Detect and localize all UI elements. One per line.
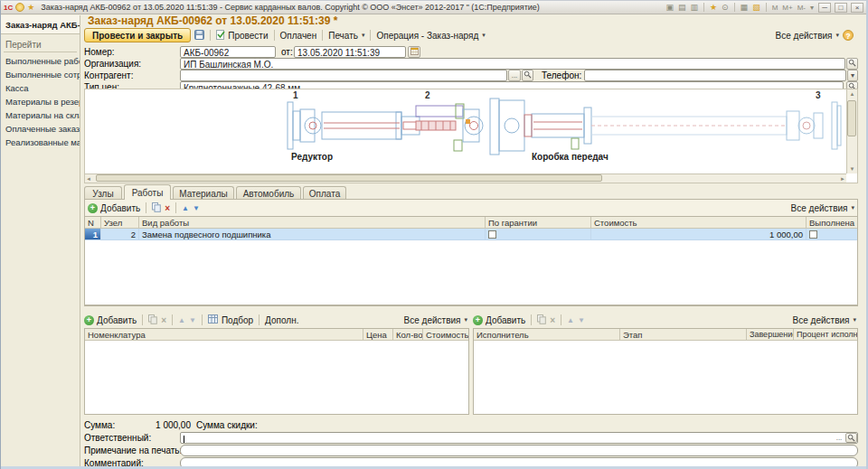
move-down-icon[interactable]: ▼ <box>193 204 200 212</box>
pick-button[interactable]: Подбор <box>222 315 253 325</box>
print-menu-button[interactable]: Печать ▾ <box>328 31 364 41</box>
all-actions-label: Все действия <box>776 31 833 41</box>
help-icon[interactable]: ? <box>843 30 854 41</box>
copy-icon[interactable] <box>148 314 157 326</box>
date-picker-button[interactable] <box>408 46 420 58</box>
sidebar-item-reserved-materials[interactable]: Материалы в резерве <box>1 95 80 108</box>
memory-button[interactable]: М <box>771 4 779 12</box>
picture-vscroll-thumb[interactable] <box>847 100 856 136</box>
memory-minus-button[interactable]: М- <box>797 4 807 12</box>
magnifier-icon <box>847 434 855 445</box>
operation-label: Операция - Заказ-наряд <box>376 31 478 41</box>
save-icon[interactable]: ▣ <box>665 3 675 13</box>
warranty-checkbox[interactable] <box>488 230 496 239</box>
calculator-icon[interactable]: ▦ <box>740 3 750 13</box>
copy-icon[interactable] <box>537 314 546 326</box>
driveshaft-picture[interactable]: 1 2 3 <box>84 89 858 183</box>
paid-button[interactable]: Оплачен <box>280 31 317 41</box>
table-row[interactable]: 1 2 Замена подвесного подшипника 1 000,0… <box>85 229 857 240</box>
delete-icon[interactable]: × <box>161 315 166 325</box>
organization-field[interactable]: ИП Башлинская М.О. <box>180 58 845 70</box>
add-favorite-icon[interactable]: ★ <box>709 3 718 13</box>
tab-materials[interactable]: Материалы <box>173 186 234 200</box>
node-cell[interactable]: 2 <box>101 229 139 239</box>
cost-cell[interactable]: 1 000,00 <box>591 229 807 239</box>
sidebar-item-cash[interactable]: Касса <box>1 81 80 95</box>
operation-menu-button[interactable]: Операция - Заказ-наряд ▾ <box>376 31 485 41</box>
calendar-icon[interactable]: ▧ <box>751 3 761 13</box>
minimize-button[interactable]: ─ <box>818 3 831 13</box>
works-toolbar: + Добавить × ▲ ▼ Все действия ▾ <box>88 201 854 215</box>
organization-lookup-button[interactable] <box>846 58 858 70</box>
materials-toolbar: + Добавить × ▲ ▼ Подбор Дополн. Все дейс… <box>84 313 467 327</box>
col-header-price: Цена <box>363 329 393 340</box>
titlebar-separator <box>766 3 767 12</box>
toolbar-separator <box>322 30 323 41</box>
print-icon[interactable]: ▤ <box>677 3 687 13</box>
sidebar-item-completed-by-employees[interactable]: Выполненные сотрудника... <box>1 68 80 81</box>
restore-button[interactable]: □ <box>835 3 847 13</box>
contragent-choose-button[interactable]: ... <box>508 70 521 81</box>
row-number-cell[interactable]: 1 <box>85 229 101 239</box>
responsible-field[interactable] <box>180 432 858 444</box>
move-up-icon[interactable]: ▲ <box>182 204 189 212</box>
col-header-done: Выполнена <box>807 217 857 228</box>
titlebar-more-icon[interactable]: ▾ <box>809 4 815 12</box>
toolbar-separator <box>210 30 211 41</box>
works-add-button[interactable]: + Добавить <box>88 203 140 213</box>
warranty-cell[interactable] <box>486 229 591 239</box>
tab-nodes[interactable]: Узлы <box>84 186 122 200</box>
tab-works[interactable]: Работы <box>124 184 171 200</box>
copy-icon[interactable] <box>152 202 161 214</box>
home-button[interactable] <box>15 3 24 12</box>
print-note-field[interactable] <box>180 445 858 456</box>
post-button[interactable]: Провести <box>216 30 268 42</box>
move-up-icon[interactable]: ▲ <box>178 316 185 324</box>
done-cell[interactable] <box>807 229 857 239</box>
move-down-icon[interactable]: ▼ <box>189 316 196 324</box>
history-icon[interactable]: ⊙ <box>721 3 730 13</box>
tab-vehicle[interactable]: Автомобиль <box>236 186 301 200</box>
move-up-icon[interactable]: ▲ <box>567 316 574 324</box>
delete-icon[interactable]: × <box>550 315 555 325</box>
memory-plus-button[interactable]: М+ <box>781 4 793 12</box>
scroll-up-icon[interactable]: ▲ <box>850 90 855 98</box>
picture-hscroll-thumb[interactable] <box>96 174 602 182</box>
col-header-nomenclature: Номенклатура <box>85 329 363 340</box>
save-icon[interactable] <box>194 30 204 42</box>
materials-add-button[interactable]: + Добавить <box>84 315 137 325</box>
responsible-lookup-button[interactable] <box>845 433 857 443</box>
move-down-icon[interactable]: ▼ <box>578 316 585 324</box>
sidebar-window-tab[interactable]: Заказ-наряд АКБ-009... <box>1 15 80 34</box>
all-actions-button[interactable]: Все действия ▾ <box>776 31 839 41</box>
executors-add-button[interactable]: + Добавить <box>473 315 525 325</box>
scroll-left-icon[interactable]: ◄ <box>86 175 91 183</box>
scroll-down-icon[interactable]: ▼ <box>850 165 855 173</box>
delete-icon[interactable]: × <box>165 203 170 213</box>
phone-dropdown-button[interactable]: ▾ <box>847 70 858 81</box>
close-button[interactable]: × <box>851 3 863 13</box>
works-all-actions-button[interactable]: Все действия ▾ <box>791 203 854 213</box>
sidebar-item-paid-orders[interactable]: Оплаченные заказ-наряды <box>1 122 80 136</box>
responsible-choose-button[interactable]: ... <box>834 433 844 443</box>
post-label: Провести <box>228 31 268 41</box>
sidebar-item-completed-works[interactable]: Выполненные работы <box>1 54 80 68</box>
sidebar-item-sold-materials[interactable]: Реализованные материалы <box>1 136 80 149</box>
favorites-star-icon[interactable]: ★ <box>27 3 34 12</box>
extra-button[interactable]: Дополн. <box>265 315 298 325</box>
pick-grid-icon[interactable] <box>208 314 218 325</box>
post-and-close-button[interactable]: Провести и закрыть <box>84 28 191 42</box>
materials-all-actions-button[interactable]: Все действия ▾ <box>404 315 467 325</box>
phone-field[interactable] <box>584 70 846 81</box>
print-preview-icon[interactable]: ▥ <box>689 3 699 13</box>
sidebar-item-stock-materials[interactable]: Материалы на складе <box>1 108 80 122</box>
contragent-lookup-button[interactable] <box>522 70 533 81</box>
executors-all-actions-button[interactable]: Все действия ▾ <box>793 315 856 325</box>
number-field[interactable]: АКБ-00962 <box>180 46 276 58</box>
scroll-right-icon[interactable]: ► <box>840 175 845 183</box>
date-field[interactable]: 13.05.2020 11:51:39 <box>294 46 406 58</box>
work-type-cell[interactable]: Замена подвесного подшипника <box>139 229 486 239</box>
contragent-field[interactable] <box>180 70 507 81</box>
tab-payment[interactable]: Оплата <box>303 186 346 200</box>
done-checkbox[interactable] <box>809 230 817 239</box>
